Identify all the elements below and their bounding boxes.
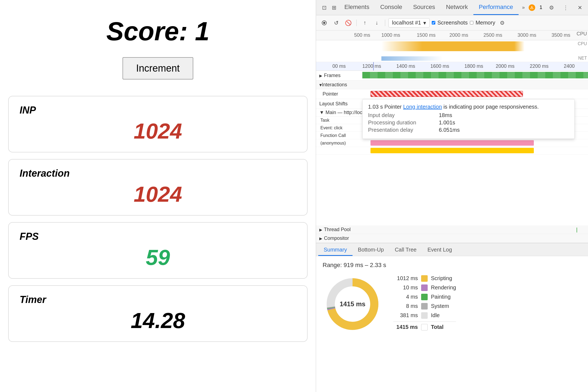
bottom-tabs: Summary Bottom-Up Call Tree Event Log [316, 243, 588, 256]
metric-card-timer: Timer 14.28 [8, 285, 308, 342]
legend-row-idle: 381 ms Idle [393, 312, 456, 319]
metric-label-inp: INP [20, 105, 296, 116]
summary-panel: Range: 919 ms – 2.33 s [316, 256, 588, 392]
zoom-tick-1800: 1800 ms [464, 63, 483, 69]
zoom-tick-1200: 1200 ms [362, 63, 381, 69]
metric-value-inp: 1024 [20, 119, 296, 144]
devtools-undock-icon[interactable]: ⊞ [329, 3, 339, 13]
chevron-down-interactions-icon: ▾ [319, 82, 322, 88]
metric-label-timer: Timer [20, 294, 296, 305]
record-button[interactable] [319, 18, 329, 28]
tab-performance[interactable]: Performance [473, 0, 519, 15]
tab-console[interactable]: Console [375, 0, 408, 15]
upload-button[interactable]: ↑ [360, 18, 370, 28]
tooltip-presentation: Presentation delay 6.051ms [368, 127, 569, 133]
pointer-bar [370, 91, 523, 97]
tab-elements[interactable]: Elements [339, 0, 375, 15]
thread-pool-row: ▶ Thread Pool [316, 225, 588, 234]
system-dot [421, 303, 428, 310]
task-label-anonymous: (anonymous) [316, 141, 370, 146]
tab-event-log[interactable]: Event Log [422, 244, 457, 256]
cpu-axis-label: CPU [578, 41, 587, 46]
scripting-dot [421, 275, 428, 282]
cpu-bar [381, 41, 586, 51]
devtools-topbar: ⊡ ⊞ Elements Console Sources Network Per… [316, 0, 588, 15]
legend-row-scripting: 1012 ms Scripting [393, 275, 456, 282]
memory-group: Memory [470, 20, 495, 26]
pointer-label: Pointer [316, 91, 362, 97]
rendering-dot [421, 284, 428, 291]
pointer-row[interactable]: Pointer 1.03 s Pointer Long interaction … [316, 89, 588, 99]
tab-sources[interactable]: Sources [408, 0, 440, 15]
increment-button[interactable]: Increment [122, 57, 193, 79]
task-bar-col-yellow [370, 147, 588, 154]
devtools-panel: ⊡ ⊞ Elements Console Sources Network Per… [316, 0, 588, 392]
chevron-right-comp-icon: ▶ [319, 236, 322, 241]
clear-button[interactable]: 🚫 [343, 18, 353, 28]
metric-value-timer: 14.28 [20, 308, 296, 333]
donut-chart: 1415 ms [323, 274, 382, 334]
painting-dot [421, 294, 428, 300]
warning-badge: ⚠ [529, 4, 535, 11]
long-interaction-link[interactable]: Long interaction [403, 104, 442, 110]
metric-card-inp: INP 1024 [8, 96, 308, 152]
total-dot [421, 324, 428, 330]
net-bar [381, 56, 586, 61]
devtools-toolbar: ↺ 🚫 ↑ ↓ localhost #1 ▾ Screenshots Memor… [316, 15, 588, 30]
cpu-label: CPU [577, 31, 587, 37]
summary-range: Range: 919 ms – 2.33 s [323, 262, 581, 269]
chevron-down-icon: ▾ [423, 20, 426, 26]
chevron-right-thread-icon: ▶ [319, 228, 322, 232]
zoom-tick-1400: 1400 ms [396, 63, 415, 69]
thread-pool-marker [577, 228, 577, 232]
more-tabs-icon[interactable]: » [519, 3, 528, 13]
download-button[interactable]: ↓ [372, 18, 382, 28]
devtools-dock-icon[interactable]: ⊡ [319, 3, 329, 13]
more-options-icon[interactable]: ⋮ [561, 3, 571, 13]
capture-settings-icon[interactable]: ⚙ [497, 18, 507, 28]
zoom-tick-2400: 2400 [564, 63, 575, 69]
settings-icon[interactable]: ⚙ [547, 3, 556, 13]
screenshots-checkbox[interactable] [432, 21, 435, 24]
warning-count: 1 [540, 5, 542, 10]
zoom-tick-2000: 2000 ms [496, 63, 514, 69]
zoom-tick-1600: 1600 ms [430, 63, 449, 69]
zoom-tick-0: 00 ms [332, 63, 346, 69]
tab-call-tree[interactable]: Call Tree [389, 244, 422, 256]
task-row-yellow [316, 147, 588, 155]
idle-dot [421, 312, 428, 319]
frames-row: ▶ Frames [316, 71, 588, 81]
chevron-right-icon: ▶ [319, 74, 322, 78]
tab-network[interactable]: Network [440, 0, 473, 15]
tick-1000: 1000 ms [381, 32, 400, 38]
url-selector[interactable]: localhost #1 ▾ [388, 18, 430, 27]
memory-checkbox[interactable] [470, 21, 473, 24]
metric-label-interaction: Interaction [20, 168, 296, 179]
task-bar-col-anonymous [370, 139, 588, 147]
legend-row-rendering: 10 ms Rendering [393, 284, 456, 291]
metric-value-fps: 59 [20, 245, 296, 270]
tab-summary[interactable]: Summary [318, 244, 353, 256]
compositor-content [362, 234, 588, 243]
reload-record-button[interactable]: ↺ [331, 18, 341, 28]
tick-3500: 3500 ms [552, 32, 570, 38]
cursor-line [373, 62, 374, 71]
interactions-section: ▾ Interactions Pointer 1.03 s Pointer Lo… [316, 81, 588, 99]
tick-1500: 1500 ms [417, 32, 436, 38]
tick-3000: 3000 ms [517, 32, 536, 38]
time-ruler-top: 500 ms 1000 ms 1500 ms 2000 ms 2500 ms 3… [316, 30, 588, 40]
metric-value-interaction: 1024 [20, 182, 296, 207]
tooltip-input-delay: Input delay 18ms [368, 112, 569, 118]
thread-pool-label: ▶ Thread Pool [316, 227, 362, 232]
pointer-tooltip: 1.03 s Pointer Long interaction is indic… [362, 99, 575, 139]
task-bar-anonymous [370, 140, 534, 146]
zoom-ruler[interactable]: 00 ms 1200 ms 1400 ms 1600 ms 1800 ms 20… [316, 62, 588, 71]
zoom-tick-2200: 2200 ms [530, 63, 549, 69]
svg-point-1 [323, 22, 325, 24]
topbar-right: ⚠ 1 ⚙ ⋮ ✕ [529, 3, 585, 13]
net-axis-label: NET [578, 56, 587, 61]
close-icon[interactable]: ✕ [575, 3, 585, 13]
tick-500: 500 ms [354, 32, 370, 38]
tab-bottom-up[interactable]: Bottom-Up [353, 244, 390, 256]
task-row-anonymous: (anonymous) [316, 139, 588, 147]
